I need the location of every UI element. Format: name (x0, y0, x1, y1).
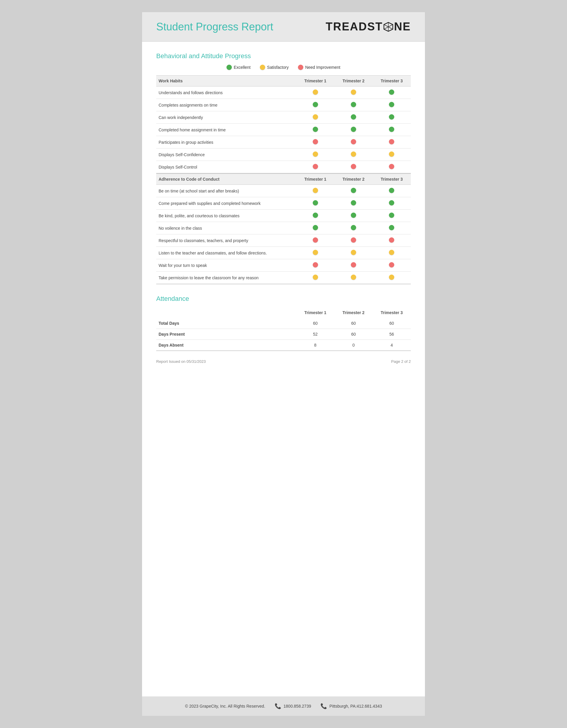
row-t1 (296, 210, 334, 222)
row-t2 (334, 259, 373, 272)
row-t2 (334, 185, 373, 197)
row-label: Completed home assignment in time (156, 124, 296, 136)
row-t1 (296, 197, 334, 210)
attendance-header-row: Trimester 1 Trimester 2 Trimester 3 (156, 307, 411, 318)
cd-t2-header: Trimester 2 (334, 174, 373, 185)
conduct-table: Adherence to Code of Conduct Trimester 1… (156, 174, 411, 284)
conduct-row: Respectful to classmates, teachers, and … (156, 234, 411, 247)
row-label: Take permission to leave the classroom f… (156, 272, 296, 284)
page-title: Student Progress Report (156, 21, 273, 33)
status-dot (313, 188, 318, 193)
behavioral-section-title: Behavioral and Attitude Progress (156, 52, 411, 60)
work-habits-header-label: Work Habits (156, 76, 296, 86)
status-dot (313, 237, 318, 243)
status-dot (313, 200, 318, 205)
status-dot (313, 164, 318, 169)
att-row-label: Days Absent (156, 340, 296, 351)
row-t2 (334, 148, 373, 161)
attendance-row: Total Days 60 60 60 (156, 318, 411, 329)
copyright-text: © 2023 GrapeCity, Inc. All Rights Reserv… (185, 704, 265, 709)
status-dot (389, 102, 394, 107)
work-habits-row: Completes assignments on time (156, 99, 411, 111)
phone1-item: 📞 1800.858.2739 (274, 703, 311, 709)
row-t2 (334, 272, 373, 284)
row-label: Listen to the teacher and classmates, an… (156, 247, 296, 259)
attendance-table: Trimester 1 Trimester 2 Trimester 3 Tota… (156, 307, 411, 351)
work-habits-row: Participates in group activities (156, 136, 411, 148)
status-dot (313, 114, 318, 120)
status-dot (389, 237, 394, 243)
logo-icon (383, 22, 393, 32)
row-label: Respectful to classmates, teachers, and … (156, 234, 296, 247)
status-dot (389, 225, 394, 230)
att-t3-header: Trimester 3 (373, 307, 411, 318)
satisfactory-label: Satisfactory (267, 65, 289, 70)
conduct-row: Listen to the teacher and classmates, an… (156, 247, 411, 259)
report-footer: Report Issued on 05/31/2023 Page 2 of 2 (156, 359, 411, 364)
cd-t1-header: Trimester 1 (296, 174, 334, 185)
row-t3 (373, 222, 411, 234)
status-dot (351, 213, 356, 218)
status-dot (351, 151, 356, 157)
row-label: Come prepared with supplies and complete… (156, 197, 296, 210)
work-habits-row: Displays Self-Control (156, 161, 411, 174)
status-dot (389, 151, 394, 157)
row-t1 (296, 234, 334, 247)
row-t1 (296, 148, 334, 161)
row-label: Completes assignments on time (156, 99, 296, 111)
row-t3 (373, 111, 411, 124)
behavioral-section: Behavioral and Attitude Progress Excelle… (156, 52, 411, 284)
row-t3 (373, 272, 411, 284)
conduct-row: Be on time (at school start and after br… (156, 185, 411, 197)
att-row-t1: 52 (296, 329, 334, 340)
status-dot (389, 188, 394, 193)
attendance-row: Days Absent 8 0 4 (156, 340, 411, 351)
row-t1 (296, 111, 334, 124)
page-footer: © 2023 GrapeCity, Inc. All Rights Reserv… (142, 696, 425, 716)
conduct-row: Take permission to leave the classroom f… (156, 272, 411, 284)
status-dot (351, 114, 356, 120)
status-dot (389, 127, 394, 132)
work-habits-row: Can work independently (156, 111, 411, 124)
phone2-item: 📞 Pittsburgh, PA:412.681.4343 (321, 703, 382, 709)
work-habits-header-row: Work Habits Trimester 1 Trimester 2 Trim… (156, 76, 411, 86)
row-t3 (373, 247, 411, 259)
conduct-header-row: Adherence to Code of Conduct Trimester 1… (156, 174, 411, 185)
att-row-t1: 60 (296, 318, 334, 329)
status-dot (351, 225, 356, 230)
att-row-t3: 60 (373, 318, 411, 329)
row-t2 (334, 234, 373, 247)
att-row-t2: 0 (334, 340, 373, 351)
status-dot (351, 139, 356, 144)
row-t1 (296, 259, 334, 272)
row-t2 (334, 86, 373, 99)
status-dot (313, 102, 318, 107)
row-label: No voilence in the class (156, 222, 296, 234)
row-t1 (296, 161, 334, 174)
legend-excellent: Excellent (226, 65, 250, 70)
row-t3 (373, 161, 411, 174)
row-t3 (373, 86, 411, 99)
status-dot (313, 225, 318, 230)
attendance-section-title: Attendance (156, 295, 411, 303)
att-row-t2: 60 (334, 329, 373, 340)
work-habits-row: Displays Self-Confidence (156, 148, 411, 161)
row-label: Participates in group activities (156, 136, 296, 148)
row-t3 (373, 148, 411, 161)
row-t2 (334, 222, 373, 234)
header: Student Progress Report TREADST NE (142, 12, 425, 42)
row-t3 (373, 259, 411, 272)
row-t2 (334, 111, 373, 124)
status-dot (313, 89, 318, 95)
wh-t1-header: Trimester 1 (296, 76, 334, 86)
status-dot (351, 262, 356, 267)
status-dot (351, 237, 356, 243)
status-dot (313, 151, 318, 157)
row-t3 (373, 185, 411, 197)
status-dot (351, 200, 356, 205)
status-dot (351, 89, 356, 95)
logo-text-start: TREADST (326, 20, 383, 33)
status-dot (351, 164, 356, 169)
status-dot (389, 114, 394, 120)
satisfactory-dot (260, 65, 265, 70)
